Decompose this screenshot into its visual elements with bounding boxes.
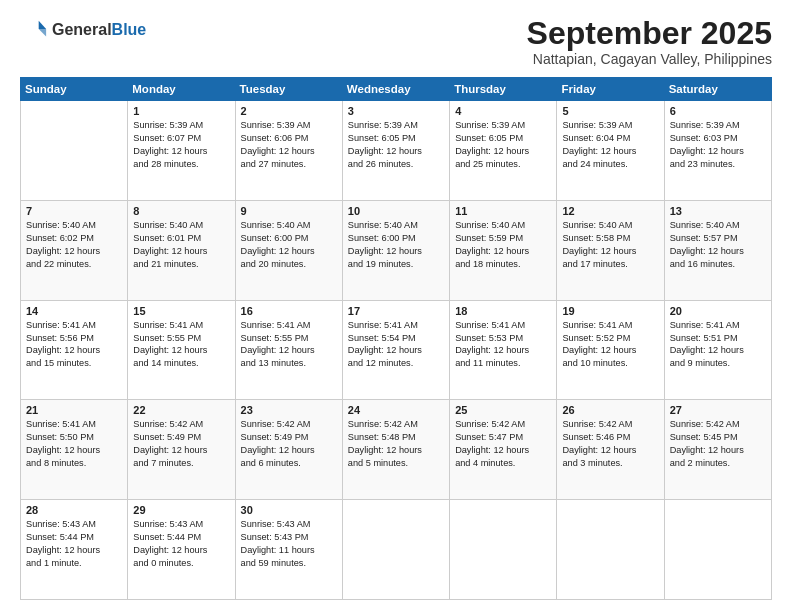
table-cell: 23Sunrise: 5:42 AM Sunset: 5:49 PM Dayli…: [235, 400, 342, 500]
day-content: Sunrise: 5:40 AM Sunset: 6:00 PM Dayligh…: [348, 219, 444, 271]
table-row: 28Sunrise: 5:43 AM Sunset: 5:44 PM Dayli…: [21, 500, 772, 600]
day-number: 29: [133, 504, 229, 516]
col-monday: Monday: [128, 78, 235, 101]
day-number: 5: [562, 105, 658, 117]
table-cell: 30Sunrise: 5:43 AM Sunset: 5:43 PM Dayli…: [235, 500, 342, 600]
table-cell: 6Sunrise: 5:39 AM Sunset: 6:03 PM Daylig…: [664, 101, 771, 201]
table-cell: 22Sunrise: 5:42 AM Sunset: 5:49 PM Dayli…: [128, 400, 235, 500]
day-content: Sunrise: 5:39 AM Sunset: 6:07 PM Dayligh…: [133, 119, 229, 171]
header: GeneralBlue September 2025 Nattapian, Ca…: [20, 16, 772, 67]
table-cell: 12Sunrise: 5:40 AM Sunset: 5:58 PM Dayli…: [557, 200, 664, 300]
logo-text: GeneralBlue: [52, 21, 146, 39]
day-number: 9: [241, 205, 337, 217]
day-number: 15: [133, 305, 229, 317]
day-number: 26: [562, 404, 658, 416]
day-content: Sunrise: 5:40 AM Sunset: 5:58 PM Dayligh…: [562, 219, 658, 271]
table-cell: 1Sunrise: 5:39 AM Sunset: 6:07 PM Daylig…: [128, 101, 235, 201]
day-content: Sunrise: 5:42 AM Sunset: 5:49 PM Dayligh…: [133, 418, 229, 470]
day-content: Sunrise: 5:42 AM Sunset: 5:48 PM Dayligh…: [348, 418, 444, 470]
day-number: 8: [133, 205, 229, 217]
table-cell: 21Sunrise: 5:41 AM Sunset: 5:50 PM Dayli…: [21, 400, 128, 500]
day-number: 11: [455, 205, 551, 217]
day-number: 2: [241, 105, 337, 117]
day-content: Sunrise: 5:41 AM Sunset: 5:50 PM Dayligh…: [26, 418, 122, 470]
day-content: Sunrise: 5:41 AM Sunset: 5:55 PM Dayligh…: [241, 319, 337, 371]
day-content: Sunrise: 5:39 AM Sunset: 6:05 PM Dayligh…: [455, 119, 551, 171]
day-content: Sunrise: 5:42 AM Sunset: 5:47 PM Dayligh…: [455, 418, 551, 470]
table-cell: 11Sunrise: 5:40 AM Sunset: 5:59 PM Dayli…: [450, 200, 557, 300]
table-row: 21Sunrise: 5:41 AM Sunset: 5:50 PM Dayli…: [21, 400, 772, 500]
table-cell: 24Sunrise: 5:42 AM Sunset: 5:48 PM Dayli…: [342, 400, 449, 500]
table-cell: 7Sunrise: 5:40 AM Sunset: 6:02 PM Daylig…: [21, 200, 128, 300]
table-cell: 10Sunrise: 5:40 AM Sunset: 6:00 PM Dayli…: [342, 200, 449, 300]
day-number: 21: [26, 404, 122, 416]
calendar-table: Sunday Monday Tuesday Wednesday Thursday…: [20, 77, 772, 600]
day-number: 7: [26, 205, 122, 217]
day-content: Sunrise: 5:41 AM Sunset: 5:54 PM Dayligh…: [348, 319, 444, 371]
table-cell: 17Sunrise: 5:41 AM Sunset: 5:54 PM Dayli…: [342, 300, 449, 400]
day-content: Sunrise: 5:41 AM Sunset: 5:56 PM Dayligh…: [26, 319, 122, 371]
table-cell: 2Sunrise: 5:39 AM Sunset: 6:06 PM Daylig…: [235, 101, 342, 201]
day-content: Sunrise: 5:39 AM Sunset: 6:04 PM Dayligh…: [562, 119, 658, 171]
header-row: Sunday Monday Tuesday Wednesday Thursday…: [21, 78, 772, 101]
day-number: 28: [26, 504, 122, 516]
col-saturday: Saturday: [664, 78, 771, 101]
day-content: Sunrise: 5:40 AM Sunset: 6:00 PM Dayligh…: [241, 219, 337, 271]
day-number: 14: [26, 305, 122, 317]
day-number: 6: [670, 105, 766, 117]
logo: GeneralBlue: [20, 16, 146, 44]
day-content: Sunrise: 5:41 AM Sunset: 5:51 PM Dayligh…: [670, 319, 766, 371]
table-cell: 13Sunrise: 5:40 AM Sunset: 5:57 PM Dayli…: [664, 200, 771, 300]
day-content: Sunrise: 5:39 AM Sunset: 6:05 PM Dayligh…: [348, 119, 444, 171]
col-wednesday: Wednesday: [342, 78, 449, 101]
day-content: Sunrise: 5:42 AM Sunset: 5:46 PM Dayligh…: [562, 418, 658, 470]
table-row: 1Sunrise: 5:39 AM Sunset: 6:07 PM Daylig…: [21, 101, 772, 201]
logo-icon: [20, 16, 48, 44]
col-thursday: Thursday: [450, 78, 557, 101]
title-block: September 2025 Nattapian, Cagayan Valley…: [527, 16, 772, 67]
day-number: 3: [348, 105, 444, 117]
day-number: 23: [241, 404, 337, 416]
day-content: Sunrise: 5:41 AM Sunset: 5:52 PM Dayligh…: [562, 319, 658, 371]
day-number: 19: [562, 305, 658, 317]
location: Nattapian, Cagayan Valley, Philippines: [527, 51, 772, 67]
table-cell: 3Sunrise: 5:39 AM Sunset: 6:05 PM Daylig…: [342, 101, 449, 201]
table-cell: [557, 500, 664, 600]
day-content: Sunrise: 5:39 AM Sunset: 6:06 PM Dayligh…: [241, 119, 337, 171]
logo-blue: Blue: [112, 21, 147, 38]
table-row: 14Sunrise: 5:41 AM Sunset: 5:56 PM Dayli…: [21, 300, 772, 400]
day-number: 27: [670, 404, 766, 416]
day-content: Sunrise: 5:43 AM Sunset: 5:44 PM Dayligh…: [133, 518, 229, 570]
col-sunday: Sunday: [21, 78, 128, 101]
table-cell: 5Sunrise: 5:39 AM Sunset: 6:04 PM Daylig…: [557, 101, 664, 201]
day-content: Sunrise: 5:40 AM Sunset: 5:57 PM Dayligh…: [670, 219, 766, 271]
day-number: 30: [241, 504, 337, 516]
table-cell: 29Sunrise: 5:43 AM Sunset: 5:44 PM Dayli…: [128, 500, 235, 600]
day-number: 24: [348, 404, 444, 416]
table-cell: 9Sunrise: 5:40 AM Sunset: 6:00 PM Daylig…: [235, 200, 342, 300]
day-content: Sunrise: 5:40 AM Sunset: 5:59 PM Dayligh…: [455, 219, 551, 271]
table-cell: 16Sunrise: 5:41 AM Sunset: 5:55 PM Dayli…: [235, 300, 342, 400]
day-content: Sunrise: 5:40 AM Sunset: 6:02 PM Dayligh…: [26, 219, 122, 271]
table-cell: [664, 500, 771, 600]
day-number: 17: [348, 305, 444, 317]
day-content: Sunrise: 5:42 AM Sunset: 5:49 PM Dayligh…: [241, 418, 337, 470]
calendar-page: GeneralBlue September 2025 Nattapian, Ca…: [0, 0, 792, 612]
day-number: 16: [241, 305, 337, 317]
day-content: Sunrise: 5:42 AM Sunset: 5:45 PM Dayligh…: [670, 418, 766, 470]
col-tuesday: Tuesday: [235, 78, 342, 101]
day-content: Sunrise: 5:40 AM Sunset: 6:01 PM Dayligh…: [133, 219, 229, 271]
table-cell: 8Sunrise: 5:40 AM Sunset: 6:01 PM Daylig…: [128, 200, 235, 300]
table-cell: 26Sunrise: 5:42 AM Sunset: 5:46 PM Dayli…: [557, 400, 664, 500]
day-number: 25: [455, 404, 551, 416]
day-number: 13: [670, 205, 766, 217]
day-number: 1: [133, 105, 229, 117]
table-cell: 15Sunrise: 5:41 AM Sunset: 5:55 PM Dayli…: [128, 300, 235, 400]
day-content: Sunrise: 5:41 AM Sunset: 5:53 PM Dayligh…: [455, 319, 551, 371]
table-row: 7Sunrise: 5:40 AM Sunset: 6:02 PM Daylig…: [21, 200, 772, 300]
day-number: 18: [455, 305, 551, 317]
logo-general: General: [52, 21, 112, 38]
svg-marker-1: [39, 29, 46, 36]
table-cell: 27Sunrise: 5:42 AM Sunset: 5:45 PM Dayli…: [664, 400, 771, 500]
table-cell: 14Sunrise: 5:41 AM Sunset: 5:56 PM Dayli…: [21, 300, 128, 400]
